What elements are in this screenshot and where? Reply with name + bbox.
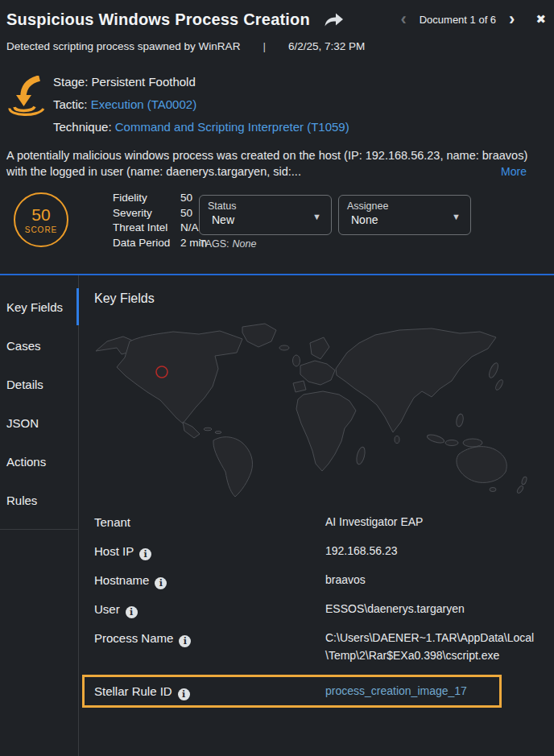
technique-label: Technique: — [53, 120, 112, 134]
description-text: A potentially malicious windows process … — [6, 149, 527, 178]
info-icon[interactable]: i — [178, 688, 190, 700]
sidebar: Key Fields Cases Details JSON Actions Ru… — [0, 275, 79, 756]
field-row-process-name: Process Namei C:\Users\DAENER~1.TAR\AppD… — [79, 629, 554, 664]
field-value: AI Investigator EAP — [325, 513, 554, 531]
persistent-foothold-icon — [7, 76, 46, 122]
tactic-label: Tactic: — [53, 97, 88, 111]
metric-label: Fidelity — [113, 191, 180, 206]
document-counter: Document 1 of 6 — [420, 14, 496, 26]
field-label: Process Namei — [94, 629, 325, 664]
sidebar-item-cases[interactable]: Cases — [0, 326, 78, 365]
panel-heading: Key Fields — [94, 291, 554, 306]
field-row-tenant: Tenant AI Investigator EAP — [79, 513, 554, 531]
field-value: 192.168.56.23 — [325, 542, 554, 560]
field-label: Host IPi — [94, 542, 325, 560]
status-dropdown[interactable]: Status New ▼ — [199, 195, 332, 235]
score-label: SCORE — [25, 225, 58, 234]
chevron-down-icon: ▼ — [312, 212, 321, 221]
assignee-dropdown-value: None — [347, 213, 462, 226]
field-label: Stellar Rule IDi — [94, 682, 325, 700]
info-icon[interactable]: i — [139, 548, 151, 560]
info-icon[interactable]: i — [179, 635, 191, 647]
field-row-host-ip: Host IPi 192.168.56.23 — [79, 542, 554, 560]
sidebar-item-rules[interactable]: Rules — [0, 481, 78, 519]
stage-label: Stage: — [53, 75, 88, 89]
next-document-button[interactable]: › — [507, 11, 516, 27]
info-icon[interactable]: i — [126, 606, 138, 618]
subtitle-separator: | — [263, 40, 266, 52]
score-badge: 50 SCORE — [14, 192, 68, 247]
key-fields-panel: Key Fields — [79, 275, 554, 756]
metric-label: Data Period — [113, 236, 180, 251]
field-value: braavos — [325, 571, 554, 589]
close-icon[interactable]: ✖ — [535, 12, 546, 27]
field-label: Tenant — [94, 513, 325, 531]
chevron-down-icon: ▼ — [452, 212, 461, 221]
alert-description: A potentially malicious windows process … — [6, 147, 548, 180]
status-dropdown-value: New — [208, 213, 323, 226]
sidebar-divider — [0, 529, 78, 530]
tactic-link[interactable]: Execution (TA0002) — [91, 97, 196, 111]
key-fields-list: Tenant AI Investigator EAP Host IPi 192.… — [79, 513, 554, 708]
share-icon[interactable] — [323, 10, 344, 29]
tactic-line: Tactic: Execution (TA0002) — [53, 93, 349, 116]
metric-label: Threat Intel — [113, 221, 180, 236]
sidebar-item-json[interactable]: JSON — [0, 403, 78, 442]
sidebar-item-details[interactable]: Details — [0, 365, 78, 403]
document-navigation: ‹ Document 1 of 6 › ✖ — [399, 11, 546, 27]
tags-label: TAGS: — [200, 238, 229, 250]
field-row-stellar-rule-id-highlighted: Stellar Rule IDi process_creation_image_… — [82, 675, 502, 708]
assignee-dropdown-label: Assignee — [347, 200, 462, 212]
assignee-dropdown[interactable]: Assignee None ▼ — [338, 195, 471, 235]
attack-stage-block: Stage: Persistent Foothold Tactic: Execu… — [7, 71, 349, 138]
more-link[interactable]: More — [501, 163, 527, 180]
tags-value: None — [233, 238, 257, 250]
field-value: C:\Users\DAENER~1.TAR\AppData\Local\Temp… — [325, 629, 554, 664]
stellar-rule-id-link[interactable]: process_creation_image_17 — [325, 684, 467, 697]
alert-subtitle: Detected scripting process spawned by Wi… — [6, 40, 240, 52]
field-value: ESSOS\daenerys.targaryen — [325, 600, 554, 618]
score-value: 50 — [31, 205, 50, 225]
sidebar-item-key-fields[interactable]: Key Fields — [0, 287, 78, 326]
sidebar-item-actions[interactable]: Actions — [0, 442, 78, 481]
metrics-table: Fidelity50 Severity50 Threat IntelN/A Da… — [113, 191, 207, 250]
stage-value: Persistent Foothold — [92, 75, 196, 89]
alert-timestamp: 6/2/25, 7:32 PM — [288, 40, 365, 52]
technique-link[interactable]: Command and Scripting Interpreter (T1059… — [115, 120, 349, 134]
field-label: Useri — [94, 600, 325, 618]
prev-document-button[interactable]: ‹ — [399, 11, 407, 27]
status-dropdown-label: Status — [208, 200, 323, 212]
world-map — [93, 320, 541, 498]
info-icon[interactable]: i — [155, 577, 167, 589]
page-title: Suspicious Windows Process Creation — [6, 10, 310, 29]
stage-line: Stage: Persistent Foothold — [53, 71, 349, 93]
field-row-hostname: Hostnamei braavos — [79, 571, 554, 589]
field-row-user: Useri ESSOS\daenerys.targaryen — [79, 600, 554, 618]
metric-label: Severity — [113, 206, 180, 221]
technique-line: Technique: Command and Scripting Interpr… — [53, 116, 349, 138]
field-label: Hostnamei — [94, 571, 325, 589]
tags-line: TAGS:None — [200, 238, 256, 250]
